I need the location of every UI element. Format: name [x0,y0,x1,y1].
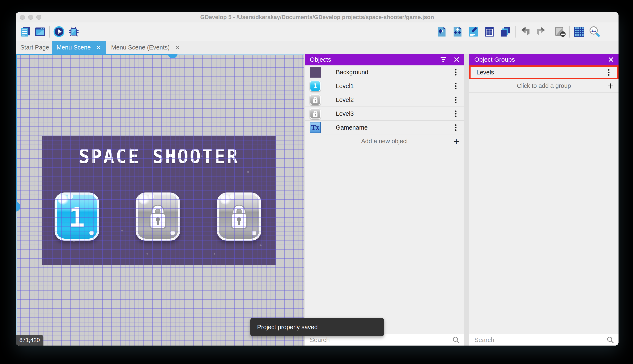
tab-label: Start Page [20,44,49,51]
object-row-level2[interactable]: Level2 [305,93,464,107]
objects-search-input[interactable] [310,336,452,344]
object-menu-kebab-icon[interactable] [453,96,459,104]
tab-start-page[interactable]: Start Page [18,41,52,54]
group-menu-kebab-icon[interactable] [605,68,612,76]
object-groups-panel-header: Object Groups [469,54,618,66]
zoom-reset-icon[interactable]: 1:1 [588,26,600,38]
debug-icon[interactable] [68,26,80,38]
horizontal-scrollbar[interactable] [16,54,304,55]
gdevelop-window: GDevelop 5 - /Users/dkarakay/Documents/G… [16,12,618,346]
object-menu-kebab-icon[interactable] [453,68,459,76]
toolbar-separator [515,26,516,38]
object-name: Level2 [336,96,354,103]
add-group-row[interactable]: Click to add a group + [469,79,618,93]
level1-button-instance[interactable]: 1 [55,192,99,241]
scene-canvas[interactable]: SPACE SHOOTER 1 [16,54,304,346]
object-row-level3[interactable]: Level3 [305,107,464,120]
cursor-coordinates-badge: 871;420 [16,335,44,346]
window-title: GDevelop 5 - /Users/dkarakay/Documents/G… [16,12,618,22]
add-group-label: Click to add a group [517,82,571,89]
text-object-thumbnail: Tx [310,122,321,133]
groups-search-bar [469,334,618,346]
horizontal-scroll-thumb[interactable] [168,54,178,58]
object-menu-kebab-icon[interactable] [453,82,459,90]
locked-button-thumbnail [310,108,321,119]
star-decorations [42,136,43,137]
search-icon [452,336,460,344]
object-row-gamename[interactable]: Tx Gamename [305,121,464,134]
scene-window-icon[interactable] [34,26,46,38]
object-groups-panel-icon[interactable] [452,26,463,38]
project-manager-icon[interactable] [20,26,32,38]
object-name: Level1 [336,82,354,90]
vertical-scroll-thumb[interactable] [16,202,20,212]
tab-menu-scene-events[interactable]: Menu Scene (Events) [106,41,185,54]
redo-icon[interactable] [535,26,546,38]
add-object-label: Add a new object [361,138,408,145]
instances-list-panel-icon[interactable] [484,26,495,38]
toast-message: Project properly saved [257,324,318,331]
desktop-background: GDevelop 5 - /Users/dkarakay/Documents/G… [0,0,633,364]
render-mask-toggle-icon[interactable] [554,26,566,38]
undo-icon[interactable] [520,26,531,38]
close-tab-icon[interactable] [96,45,101,50]
layers-panel-icon[interactable] [499,26,511,38]
tab-label: Menu Scene [57,44,91,51]
toolbar-separator [550,26,550,38]
objects-panel-header: Objects [305,54,464,66]
tab-bar: Start Page Menu Scene Menu Scene (Events… [16,41,618,54]
lock-icon [228,202,250,230]
locked-button-thumbnail [310,94,321,105]
group-row-levels[interactable]: Levels [469,66,618,79]
object-name: Level3 [336,110,354,117]
editor-content: SPACE SHOOTER 1 [16,54,618,346]
properties-panel-icon[interactable] [468,26,479,38]
object-name: Background [336,69,368,76]
tab-menu-scene[interactable]: Menu Scene [52,41,106,54]
level1-thumbnail: 1 [310,80,321,92]
lock-icon [312,96,319,104]
object-row-background[interactable]: Background [305,66,464,79]
close-panel-icon[interactable] [608,56,614,62]
close-panel-icon[interactable] [454,56,460,62]
game-background-instance[interactable]: SPACE SHOOTER 1 [42,136,276,265]
object-row-level1[interactable]: 1 Level1 [305,79,464,93]
game-title-text-instance[interactable]: SPACE SHOOTER [42,145,276,168]
save-toast: Project properly saved [250,318,384,336]
close-tab-icon[interactable] [175,45,180,50]
filter-icon[interactable] [440,56,446,62]
preview-play-icon[interactable] [53,26,65,38]
object-menu-kebab-icon[interactable] [453,110,459,118]
search-icon [606,336,614,344]
level3-locked-button-instance[interactable] [217,192,261,241]
lock-icon [147,202,169,230]
object-name: Gamename [336,124,368,131]
objects-panel-icon[interactable] [436,26,447,38]
level2-locked-button-instance[interactable] [136,192,180,241]
object-groups-panel-title: Object Groups [474,56,515,63]
plus-icon[interactable]: + [453,137,459,146]
object-groups-panel: Object Groups Levels Click to add a grou… [469,54,618,346]
objects-panel-title: Objects [310,56,331,63]
toolbar-separator [569,26,570,38]
background-thumbnail [310,67,321,78]
objects-panel: Objects Background 1 Level1 Level2 [305,54,464,346]
plus-icon[interactable]: + [607,82,613,90]
groups-search-input[interactable] [474,336,606,344]
titlebar: GDevelop 5 - /Users/dkarakay/Documents/G… [16,12,618,22]
main-toolbar: 1:1 [16,22,618,41]
zoom-ratio-label: 1:1 [591,29,596,32]
group-name: Levels [476,69,494,76]
grid-toggle-icon[interactable] [573,26,585,38]
tab-label: Menu Scene (Events) [111,44,170,51]
lock-icon [312,110,319,118]
object-menu-kebab-icon[interactable] [453,123,459,132]
add-object-row[interactable]: Add a new object + [305,134,464,148]
toolbar-separator [49,26,50,38]
vertical-scrollbar[interactable] [16,54,17,346]
